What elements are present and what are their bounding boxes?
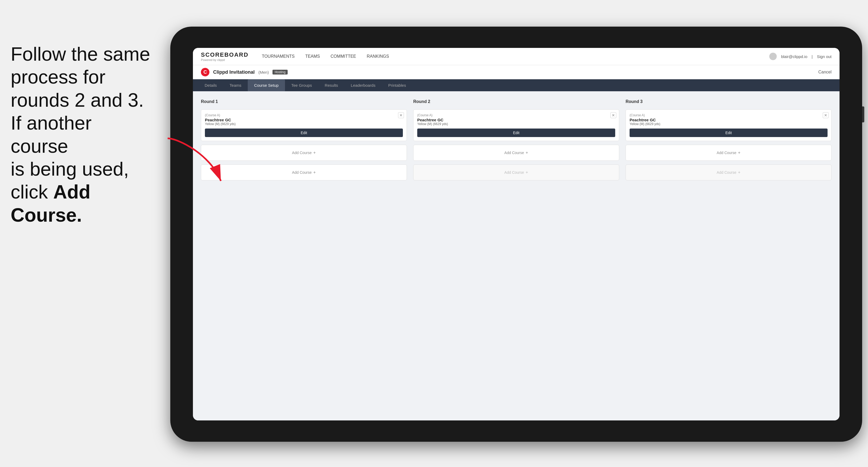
instruction-line2: process for — [11, 66, 105, 88]
nav-teams[interactable]: TEAMS — [305, 53, 320, 60]
rounds-grid: Round 1 ✕ (Course A) Peachtree GC Yellow… — [201, 99, 832, 180]
round-2-edit-button[interactable]: Edit — [417, 128, 615, 137]
tab-details[interactable]: Details — [198, 79, 223, 91]
tab-course-setup[interactable]: Course Setup — [248, 79, 285, 91]
user-email: blair@clippd.io — [781, 54, 807, 59]
round-2-plus-icon-2: + — [526, 170, 528, 175]
round-3-course-card: ✕ (Course A) Peachtree GC Yellow (M) (66… — [626, 110, 832, 141]
round-2-add-course-button[interactable]: Add Course + — [413, 145, 619, 161]
round-3-edit-button[interactable]: Edit — [629, 128, 828, 137]
instruction-line5: is being used, — [11, 158, 129, 180]
tab-bar: Details Teams Course Setup Tee Groups Re… — [193, 79, 840, 91]
round-1-course-name: Peachtree GC — [205, 118, 403, 122]
instruction-panel: Follow the same process for rounds 2 and… — [0, 42, 165, 226]
round-1-label: Round 1 — [201, 99, 407, 104]
sign-out-link[interactable]: Sign out — [817, 54, 832, 59]
round-1-add-course-button[interactable]: Add Course + — [201, 145, 407, 161]
round-2-column: Round 2 ✕ (Course A) Peachtree GC Yellow… — [413, 99, 619, 180]
tab-printables[interactable]: Printables — [382, 79, 412, 91]
round-1-course-label: (Course A) — [205, 113, 403, 117]
round-1-plus-icon: + — [313, 150, 316, 155]
tab-teams[interactable]: Teams — [223, 79, 248, 91]
round-1-course-card: ✕ (Course A) Peachtree GC Yellow (M) (66… — [201, 110, 407, 141]
nav-separator: | — [812, 54, 813, 59]
top-nav: SCOREBOARD Powered by clippd TOURNAMENTS… — [193, 48, 840, 65]
round-1-delete-icon[interactable]: ✕ — [398, 112, 404, 118]
brand-logo: C — [201, 68, 209, 76]
round-2-course-details: Yellow (M) (6629 yds) — [417, 122, 615, 126]
nav-tournaments[interactable]: TOURNAMENTS — [262, 53, 294, 60]
round-2-plus-icon: + — [526, 150, 528, 155]
instruction-line6: click Add Course. — [11, 181, 90, 225]
instruction-line4: If another course — [11, 112, 92, 156]
tournament-gender: (Men) — [258, 70, 269, 74]
instruction-line1: Follow the same — [11, 43, 150, 65]
round-2-delete-icon[interactable]: ✕ — [611, 112, 616, 118]
round-1-edit-button[interactable]: Edit — [205, 128, 403, 137]
round-3-course-details: Yellow (M) (6629 yds) — [629, 122, 828, 126]
tab-tee-groups[interactable]: Tee Groups — [285, 79, 318, 91]
round-2-add-course-button-2: Add Course + — [413, 164, 619, 180]
round-3-delete-icon[interactable]: ✕ — [823, 112, 829, 118]
round-2-course-card: ✕ (Course A) Peachtree GC Yellow (M) (66… — [413, 110, 619, 141]
nav-left: SCOREBOARD Powered by clippd TOURNAMENTS… — [201, 51, 389, 61]
round-1-column: Round 1 ✕ (Course A) Peachtree GC Yellow… — [201, 99, 407, 180]
round-3-add-course-button[interactable]: Add Course + — [626, 145, 832, 161]
logo-text: SCOREBOARD — [201, 51, 249, 58]
round-3-add-course-button-2: Add Course + — [626, 164, 832, 180]
nav-right: blair@clippd.io | Sign out — [769, 53, 832, 60]
hosting-badge: Hosting — [273, 70, 288, 74]
nav-links: TOURNAMENTS TEAMS COMMITTEE RANKINGS — [262, 53, 389, 60]
main-content: Round 1 ✕ (Course A) Peachtree GC Yellow… — [193, 91, 840, 421]
round-2-course-name: Peachtree GC — [417, 118, 615, 122]
round-1-course-details: Yellow (M) (6629 yds) — [205, 122, 403, 126]
sub-header: C Clippd Invitational (Men) Hosting Canc… — [193, 65, 840, 79]
tab-leaderboards[interactable]: Leaderboards — [344, 79, 382, 91]
round-3-label: Round 3 — [626, 99, 832, 104]
tournament-name: Clippd Invitational — [213, 69, 255, 75]
round-3-plus-icon-2: + — [738, 170, 740, 175]
round-3-course-label: (Course A) — [629, 113, 828, 117]
round-1-add-course-button-2[interactable]: Add Course + — [201, 164, 407, 180]
instruction-line6-prefix: click — [11, 181, 53, 203]
nav-committee[interactable]: COMMITTEE — [331, 53, 356, 60]
nav-rankings[interactable]: RANKINGS — [367, 53, 389, 60]
round-3-plus-icon: + — [738, 150, 740, 155]
cancel-button[interactable]: Cancel — [818, 70, 832, 74]
tab-results[interactable]: Results — [318, 79, 344, 91]
user-avatar — [769, 53, 777, 60]
tablet-frame: SCOREBOARD Powered by clippd TOURNAMENTS… — [170, 27, 862, 442]
round-2-label: Round 2 — [413, 99, 619, 104]
logo-sub: Powered by clippd — [201, 58, 249, 61]
round-1-plus-icon-2: + — [313, 170, 316, 175]
round-3-course-name: Peachtree GC — [629, 118, 828, 122]
sub-header-left: C Clippd Invitational (Men) Hosting — [201, 68, 288, 76]
round-3-column: Round 3 ✕ (Course A) Peachtree GC Yellow… — [626, 99, 832, 180]
instruction-line3: rounds 2 and 3. — [11, 89, 144, 111]
tablet-side-button — [862, 106, 864, 122]
round-2-course-label: (Course A) — [417, 113, 615, 117]
logo-area: SCOREBOARD Powered by clippd — [201, 51, 249, 61]
tablet-screen: SCOREBOARD Powered by clippd TOURNAMENTS… — [193, 48, 840, 421]
